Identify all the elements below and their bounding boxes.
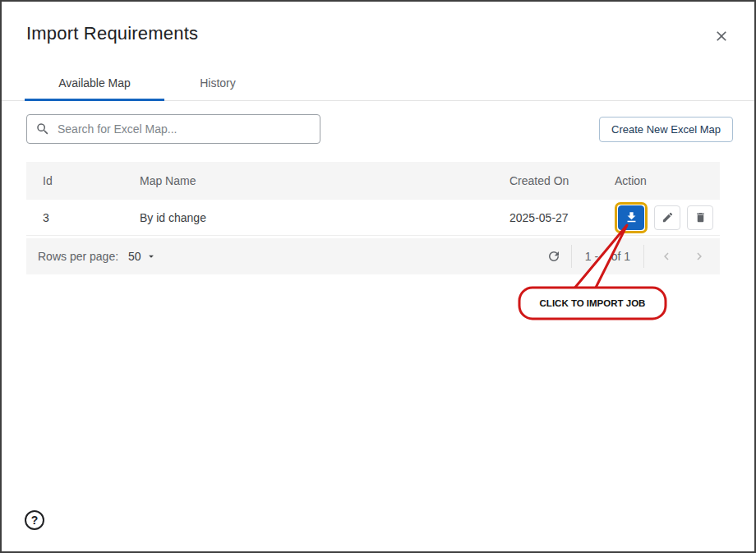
delete-button[interactable] bbox=[687, 205, 713, 230]
chevron-down-icon bbox=[145, 251, 157, 262]
trash-icon bbox=[694, 211, 707, 224]
column-header-id: Id bbox=[26, 174, 140, 187]
refresh-button[interactable] bbox=[543, 246, 565, 267]
search-input[interactable] bbox=[58, 122, 311, 136]
tab-bar: Available Map History bbox=[2, 66, 754, 101]
annotation-highlight-ring bbox=[615, 202, 648, 233]
toolbar: Create New Excel Map bbox=[2, 101, 754, 144]
tab-available-map[interactable]: Available Map bbox=[25, 66, 164, 100]
search-box bbox=[26, 114, 320, 144]
chevron-right-icon bbox=[692, 249, 707, 264]
edit-button[interactable] bbox=[654, 205, 680, 230]
pagination-controls: 1 - 1 of 1 bbox=[543, 245, 710, 268]
download-icon bbox=[625, 210, 638, 224]
column-header-created-on: Created On bbox=[509, 174, 615, 187]
close-button[interactable] bbox=[710, 25, 733, 48]
search-icon bbox=[35, 122, 50, 136]
rows-per-page-label: Rows per page: bbox=[38, 250, 118, 263]
annotation-label: CLICK TO IMPORT JOB bbox=[540, 298, 646, 308]
column-header-action: Action bbox=[615, 174, 720, 187]
table-header-row: Id Map Name Created On Action bbox=[26, 162, 720, 200]
dialog-header: Import Requirements bbox=[2, 2, 754, 48]
next-page-button[interactable] bbox=[689, 246, 710, 267]
help-button[interactable]: ? bbox=[25, 510, 44, 530]
previous-page-button[interactable] bbox=[656, 246, 677, 267]
table-row: 3 By id change 2025-05-27 bbox=[26, 200, 720, 236]
table-footer: Rows per page: 50 1 - 1 of 1 bbox=[26, 238, 720, 274]
row-map-name-value: By id change bbox=[140, 211, 509, 224]
page-title: Import Requirements bbox=[26, 23, 198, 44]
rows-per-page-value: 50 bbox=[128, 250, 141, 263]
close-icon bbox=[713, 28, 730, 44]
row-created-on-value: 2025-05-27 bbox=[509, 211, 615, 224]
help-question-mark: ? bbox=[31, 514, 39, 527]
edit-pencil-icon bbox=[662, 211, 674, 224]
create-new-excel-map-button[interactable]: Create New Excel Map bbox=[599, 117, 733, 142]
excel-map-table: Id Map Name Created On Action 3 By id ch… bbox=[26, 162, 720, 274]
chevron-left-icon bbox=[659, 249, 674, 264]
row-id-value: 3 bbox=[26, 211, 140, 224]
refresh-icon bbox=[546, 249, 561, 264]
import-requirements-dialog: Import Requirements Available Map Histor… bbox=[0, 0, 756, 553]
rows-per-page-select[interactable]: 50 bbox=[128, 250, 157, 263]
annotation-callout-box bbox=[519, 288, 666, 319]
row-actions bbox=[615, 202, 720, 233]
pagination-range-label: 1 - 1 of 1 bbox=[571, 245, 644, 268]
import-job-button[interactable] bbox=[618, 205, 644, 230]
tab-history[interactable]: History bbox=[164, 66, 271, 100]
tab-available-map-label: Available Map bbox=[58, 76, 131, 90]
column-header-map-name: Map Name bbox=[140, 174, 509, 187]
tab-history-label: History bbox=[200, 76, 236, 90]
